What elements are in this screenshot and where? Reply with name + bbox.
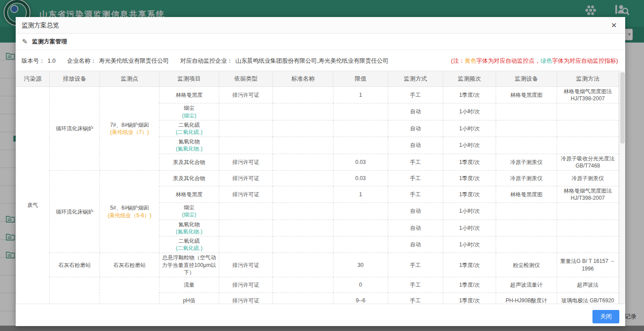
cell-item: 氮氧化物(氮氧化物.) xyxy=(160,137,219,154)
cell-limit xyxy=(333,203,388,219)
cell-monitor-frequency: 1季度/次 xyxy=(443,87,496,103)
close-button[interactable]: 关闭 xyxy=(592,310,619,323)
cell-monitor-mode: 手工 xyxy=(388,292,443,304)
cell-monitor-point: 石灰石粉磨站 xyxy=(100,253,160,277)
cell-device xyxy=(50,277,100,304)
cell-monitor-frequency: 1小时/次 xyxy=(443,236,496,253)
cell-monitor-method: 林格曼烟气黑度图法HJ/T398-2007 xyxy=(557,186,619,202)
modal-title: 监测方案总览 xyxy=(22,21,59,29)
cell-device: 循环流化床锅炉 xyxy=(50,87,100,171)
cell-standard-name xyxy=(273,277,333,292)
table-container: 污染源排放设备监测点监测项目依据类型标准名称限值监测方式监测频次监测设备监测方法… xyxy=(16,71,625,304)
cell-basis-type xyxy=(219,137,273,154)
auto-monitor-indicator-note: (烟尘) xyxy=(161,211,217,218)
table-row: 石灰石粉磨站石灰石粉磨站总悬浮颗粒物（空气动力学当量直径100μm以下）排污许可… xyxy=(16,253,619,277)
cell-item: 氮氧化物(氮氧化物.) xyxy=(160,219,219,236)
table-row: 流量排污许可证0手工1季度/次超声波流量计超声波法 xyxy=(16,277,619,292)
table-header-row: 污染源排放设备监测点监测项目依据类型标准名称限值监测方式监测频次监测设备监测方法 xyxy=(16,71,619,87)
column-header: 污染源 xyxy=(16,71,50,87)
cell-monitor-mode: 手工 xyxy=(388,277,443,292)
cell-limit xyxy=(333,120,388,137)
cell-monitor-method xyxy=(557,236,619,253)
cell-basis-type xyxy=(219,120,273,137)
cell-monitor-point xyxy=(100,277,160,304)
cell-item: 汞及其化合物 xyxy=(160,154,219,170)
cell-monitor-method xyxy=(557,120,619,137)
cell-pollution-source: 废气 xyxy=(16,87,50,304)
cell-monitor-frequency: 1季度/次 xyxy=(443,170,496,186)
auto-company-label: 对应自动监控企业： xyxy=(180,57,233,64)
cell-item: pH值 xyxy=(160,292,219,304)
cell-item: 烟尘(烟尘) xyxy=(160,203,219,219)
note-suffix: 字体为对应自动监控指标) xyxy=(552,57,618,64)
cell-monitor-equipment: 粉尘检测仪 xyxy=(496,253,557,277)
screen: 山东省污染源监测信息共享系统 查询 xyxy=(0,0,644,331)
cell-item: 总悬浮颗粒物（空气动力学当量直径100μm以下） xyxy=(160,253,219,277)
cell-item: 流量 xyxy=(160,277,219,292)
cell-limit: 0.03 xyxy=(333,170,388,186)
company-label: 企业名称： xyxy=(67,57,96,64)
cell-monitor-equipment: PH-HJ90B酸度计 xyxy=(496,292,557,304)
cell-standard-name xyxy=(273,292,333,304)
version-label: 版本号： xyxy=(22,57,45,64)
cell-limit: 30 xyxy=(333,253,388,277)
cell-limit: 1 xyxy=(333,186,388,202)
cell-item: 二氧化硫(二氧化硫.) xyxy=(160,120,219,137)
column-header: 依据类型 xyxy=(219,71,273,87)
auto-company-value: 山东晨鸣纸业集团股份有限公司,寿光美伦纸业有限责任公司 xyxy=(235,57,389,64)
cell-basis-type: 排污许可证 xyxy=(219,170,273,186)
cell-monitor-frequency: 1季度/次 xyxy=(443,253,496,277)
cell-monitor-mode: 自动 xyxy=(388,120,443,137)
cell-limit: 1 xyxy=(333,87,388,103)
scrollbar-thumb[interactable] xyxy=(620,72,625,144)
cell-monitor-frequency: 1季度/次 xyxy=(443,277,496,292)
cell-monitor-method: 林格曼烟气黑度图法HJ/T398-2007 xyxy=(557,87,619,103)
cell-device: 循环流化床锅炉 xyxy=(50,170,100,253)
cell-item: 林格曼黑度 xyxy=(160,186,219,202)
cell-monitor-frequency: 1季度/次 xyxy=(443,292,496,304)
cell-limit xyxy=(333,219,388,236)
cell-monitor-equipment xyxy=(496,219,557,236)
column-header: 限值 xyxy=(333,71,388,87)
cell-monitor-point: 5#、6#锅炉烟囱(美伦纸业（5-6）) xyxy=(100,170,160,253)
cell-monitor-method xyxy=(557,103,619,120)
close-icon[interactable]: × xyxy=(608,17,620,34)
note-green-word: 绿色 xyxy=(540,57,552,64)
note-prefix: (注： xyxy=(451,57,464,64)
cell-monitor-method: 冷原子吸收分光光度法GB/T7468 xyxy=(557,154,619,170)
cell-monitor-equipment: 冷原子测汞仪 xyxy=(496,170,557,186)
cell-limit xyxy=(333,137,388,154)
cell-basis-type: 排污许可证 xyxy=(219,186,273,202)
auto-monitor-indicator-note: (烟尘) xyxy=(161,112,217,119)
cell-monitor-mode: 自动 xyxy=(388,219,443,236)
cell-monitor-mode: 自动 xyxy=(388,203,443,219)
info-row: 版本号：1.0 企业名称：寿光美伦纸业有限责任公司 对应自动监控企业：山东晨鸣纸… xyxy=(16,50,625,71)
cell-monitor-equipment xyxy=(496,236,557,253)
cell-monitor-equipment xyxy=(496,137,557,154)
cell-basis-type xyxy=(219,103,273,120)
plan-meta: 版本号：1.0 企业名称：寿光美伦纸业有限责任公司 对应自动监控企业：山东晨鸣纸… xyxy=(22,57,391,65)
cell-item: 林格曼黑度 xyxy=(160,87,219,103)
column-header: 监测项目 xyxy=(160,71,219,87)
auto-monitor-point-note: (美伦纸业（5-6）) xyxy=(102,212,157,219)
cell-monitor-equipment xyxy=(496,103,557,120)
cell-monitor-frequency: 1季度/次 xyxy=(443,186,496,202)
cell-monitor-frequency: 1小时/次 xyxy=(443,219,496,236)
cell-standard-name xyxy=(273,87,333,103)
cell-monitor-mode: 手工 xyxy=(388,154,443,170)
cell-monitor-mode: 手工 xyxy=(388,87,443,103)
table-row: 循环流化床锅炉5#、6#锅炉烟囱(美伦纸业（5-6）)汞及其化合物排污许可证0.… xyxy=(16,170,619,186)
cell-monitor-frequency: 1小时/次 xyxy=(443,203,496,219)
cell-monitor-frequency: 1小时/次 xyxy=(443,103,496,120)
auto-monitor-indicator-note: (二氧化硫.) xyxy=(161,129,217,136)
cell-monitor-frequency: 1小时/次 xyxy=(443,120,496,137)
cell-monitor-method: 重量法G B/ T 16157 － 1996 xyxy=(557,253,619,277)
cell-standard-name xyxy=(273,236,333,253)
version-value: 1.0 xyxy=(48,57,56,64)
auto-monitor-indicator-note: (氮氧化物.) xyxy=(161,228,217,235)
cell-monitor-mode: 自动 xyxy=(388,103,443,120)
cell-monitor-mode: 手工 xyxy=(388,170,443,186)
cell-basis-type xyxy=(219,203,273,219)
cell-standard-name xyxy=(273,103,333,120)
table-scrollbar[interactable] xyxy=(619,71,625,304)
